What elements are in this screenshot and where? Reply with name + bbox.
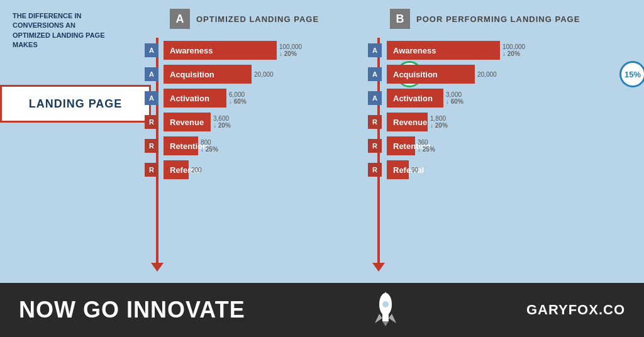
- row-referral-b: R Referral 90: [368, 160, 607, 179]
- bar-revenue-a: Revenue: [164, 113, 211, 131]
- highlight-pct-b: 15%: [619, 61, 644, 87]
- bar-acquisition-b: Acquisition: [387, 65, 475, 84]
- bar-referral-b: Referral: [387, 160, 409, 179]
- row-awareness-b: A Awareness 100,000 ↓ 20%: [368, 41, 607, 60]
- bar-label-awareness-a: Awareness: [170, 46, 213, 55]
- stat-awareness-b: 100,000 ↓ 20%: [502, 43, 525, 57]
- bar-activation-b: Activation: [387, 89, 443, 108]
- row-revenue-b: R Revenue 1,800 ↓ 20%: [368, 113, 607, 131]
- section-a-header: A OPTIMIZED LANDING PAGE: [170, 9, 319, 29]
- bar-acquisition-a: Acquisition: [164, 65, 252, 84]
- section-a-badge: A: [170, 9, 190, 29]
- bar-awareness-a: Awareness: [164, 41, 277, 60]
- svg-marker-3: [375, 314, 382, 323]
- bar-label-revenue-b: Revenue: [393, 118, 427, 127]
- stat-referral-a: 200: [191, 167, 202, 174]
- bar-label-activation-b: Activation: [393, 94, 433, 103]
- letter-a-activation: A: [145, 91, 158, 105]
- bar-label-acquisition-a: Acquisition: [170, 70, 214, 79]
- stat-awareness-a: 100,000 ↓ 20%: [279, 43, 302, 57]
- bar-referral-a: Referral: [164, 160, 189, 179]
- rocket-icon: [370, 289, 401, 332]
- bar-label-referral-b: Referral: [393, 165, 424, 175]
- letter-r-retention-a: R: [145, 139, 158, 153]
- row-acquisition-a: A Acquisition 20,000 30%: [145, 65, 384, 84]
- svg-marker-4: [389, 314, 396, 323]
- bar-retention-b: Retention: [387, 136, 415, 155]
- letter-r-revenue-b: R: [368, 115, 382, 129]
- header-description: THE DIFFERENCE IN CONVERSIONS AN OPTIMIZ…: [13, 11, 113, 50]
- section-b-badge: B: [390, 9, 410, 29]
- stat-activation-b: 3,000 ↓ 60%: [446, 91, 464, 105]
- row-awareness-a: A Awareness 100,000 ↓ 20%: [145, 41, 384, 60]
- letter-r-referral-a: R: [145, 163, 158, 177]
- row-revenue-a: R Revenue 3,600 ↓ 20%: [145, 113, 384, 131]
- bar-retention-a: Retention: [164, 136, 198, 155]
- landing-page-label: LANDING PAGE: [29, 97, 123, 111]
- bar-revenue-b: Revenue: [387, 113, 428, 131]
- row-retention-a: R Retention 800 ↓ 25%: [145, 136, 384, 155]
- main-content: THE DIFFERENCE IN CONVERSIONS AN OPTIMIZ…: [0, 0, 644, 283]
- stat-retention-b: 360 ↓ 25%: [418, 139, 435, 153]
- stat-revenue-a: 3,600 ↓ 20%: [213, 115, 231, 129]
- section-b-title: POOR PERFORMING LANDING PAGE: [416, 14, 580, 24]
- stat-revenue-b: 1,800 ↓ 20%: [430, 115, 448, 129]
- footer-tagline: NOW GO INNOVATE: [19, 297, 245, 323]
- letter-a-activation-b: A: [368, 91, 382, 105]
- section-a-title: OPTIMIZED LANDING PAGE: [196, 14, 319, 24]
- bar-label-awareness-b: Awareness: [393, 46, 436, 55]
- stat-acquisition-a: 20,000: [254, 71, 274, 78]
- row-activation-b: A Activation 3,000 ↓ 60%: [368, 89, 607, 108]
- bar-label-acquisition-b: Acquisition: [393, 70, 438, 79]
- letter-a-acquisition-b: A: [368, 67, 382, 81]
- letter-r-retention-b: R: [368, 139, 382, 153]
- letter-r-revenue-a: R: [145, 115, 158, 129]
- svg-marker-6: [382, 321, 389, 326]
- stat-referral-b: 90: [411, 167, 418, 174]
- landing-page-box: LANDING PAGE: [0, 85, 151, 123]
- bar-awareness-b: Awareness: [387, 41, 500, 60]
- stat-activation-a: 6,000 ↓ 60%: [229, 91, 247, 105]
- letter-r-referral-b: R: [368, 163, 382, 177]
- letter-a-acquisition: A: [145, 67, 158, 81]
- row-activation-a: A Activation 6,000 ↓ 60%: [145, 89, 384, 108]
- stat-acquisition-b: 20,000: [477, 71, 497, 78]
- stat-retention-a: 800 ↓ 25%: [201, 139, 218, 153]
- footer: NOW GO INNOVATE GARYFOX.CO: [0, 283, 644, 337]
- svg-point-5: [382, 301, 389, 307]
- row-acquisition-b: A Acquisition 20,000 15%: [368, 65, 607, 84]
- bar-activation-a: Activation: [164, 89, 226, 108]
- svg-rect-2: [382, 314, 389, 321]
- letter-a-awareness-b: A: [368, 43, 382, 57]
- row-referral-a: R Referral 200: [145, 160, 384, 179]
- bar-label-revenue-a: Revenue: [170, 118, 204, 127]
- letter-a-awareness: A: [145, 43, 158, 57]
- section-b-header: B POOR PERFORMING LANDING PAGE: [390, 9, 580, 29]
- row-retention-b: R Retention 360 ↓ 25%: [368, 136, 607, 155]
- bar-label-activation-a: Activation: [170, 94, 209, 103]
- section-a-rows: A Awareness 100,000 ↓ 20% A Acquisition …: [145, 35, 384, 184]
- footer-brand: GARYFOX.CO: [526, 302, 625, 318]
- section-b-rows: A Awareness 100,000 ↓ 20% A Acquisition …: [368, 35, 607, 184]
